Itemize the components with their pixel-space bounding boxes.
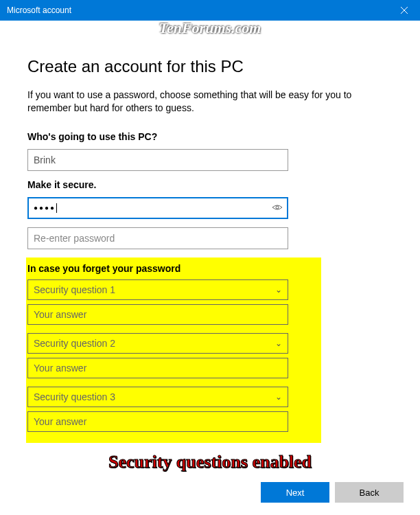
content-area: Create an account for this PC If you wan… <box>0 21 420 443</box>
footer-buttons: Next Back <box>261 482 404 503</box>
close-button[interactable] <box>388 0 420 21</box>
security-question-2-select[interactable]: Security question 2 ⌄ <box>27 333 288 354</box>
security-question-1-select[interactable]: Security question 1 ⌄ <box>27 279 288 300</box>
sa2-placeholder: Your answer <box>34 363 86 374</box>
sa3-placeholder: Your answer <box>34 416 86 427</box>
close-icon <box>401 7 408 14</box>
security-section-label: In case you forget your password <box>26 263 321 274</box>
window-title: Microsoft account <box>7 5 388 15</box>
security-question-3-select[interactable]: Security question 3 ⌄ <box>27 387 288 407</box>
security-answer-3-input[interactable]: Your answer <box>27 411 288 432</box>
sa1-placeholder: Your answer <box>34 309 86 320</box>
security-answer-2-input[interactable]: Your answer <box>27 358 288 378</box>
reenter-password-input[interactable]: Re-enter password <box>27 227 288 249</box>
annotation-overlay: Security questions enabled <box>108 452 312 472</box>
password-input[interactable]: ●●●● <box>27 197 288 219</box>
security-answer-1-input[interactable]: Your answer <box>27 304 288 325</box>
username-value: Brink <box>34 154 56 165</box>
password-section-label: Make it secure. <box>27 179 393 190</box>
text-cursor <box>56 203 57 213</box>
reenter-placeholder: Re-enter password <box>34 233 115 244</box>
back-button[interactable]: Back <box>335 482 404 503</box>
username-input[interactable]: Brink <box>27 149 288 171</box>
chevron-down-icon: ⌄ <box>275 392 282 402</box>
chevron-down-icon: ⌄ <box>275 285 282 295</box>
security-questions-highlight: In case you forget your password Securit… <box>26 258 321 443</box>
titlebar: Microsoft account <box>0 0 420 21</box>
username-label: Who's going to use this PC? <box>27 131 393 142</box>
password-masked-value: ●●●● <box>34 204 56 211</box>
sq1-placeholder: Security question 1 <box>34 284 115 295</box>
sq2-placeholder: Security question 2 <box>34 338 115 349</box>
chevron-down-icon: ⌄ <box>275 339 282 348</box>
reveal-password-icon[interactable] <box>272 202 283 214</box>
sq3-placeholder: Security question 3 <box>34 391 115 402</box>
page-subtext: If you want to use a password, choose so… <box>27 89 393 115</box>
next-button[interactable]: Next <box>261 482 329 503</box>
svg-point-2 <box>276 206 279 209</box>
page-heading: Create an account for this PC <box>27 57 393 76</box>
